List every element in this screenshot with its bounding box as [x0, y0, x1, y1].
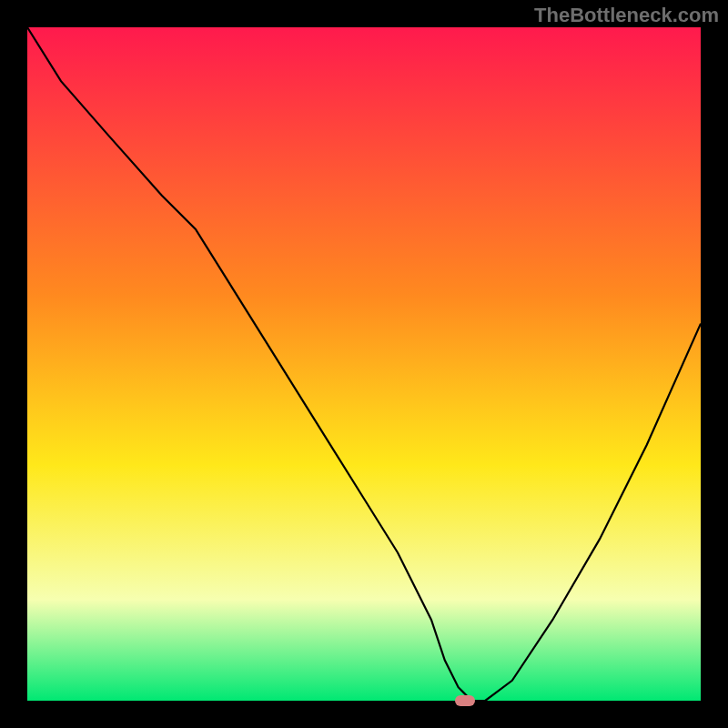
chart-frame: TheBottleneck.com — [0, 0, 728, 728]
gradient-background — [27, 27, 701, 701]
plot-area — [27, 27, 701, 701]
watermark-text: TheBottleneck.com — [534, 4, 719, 27]
plot-svg — [27, 27, 701, 701]
optimal-marker — [455, 695, 475, 706]
